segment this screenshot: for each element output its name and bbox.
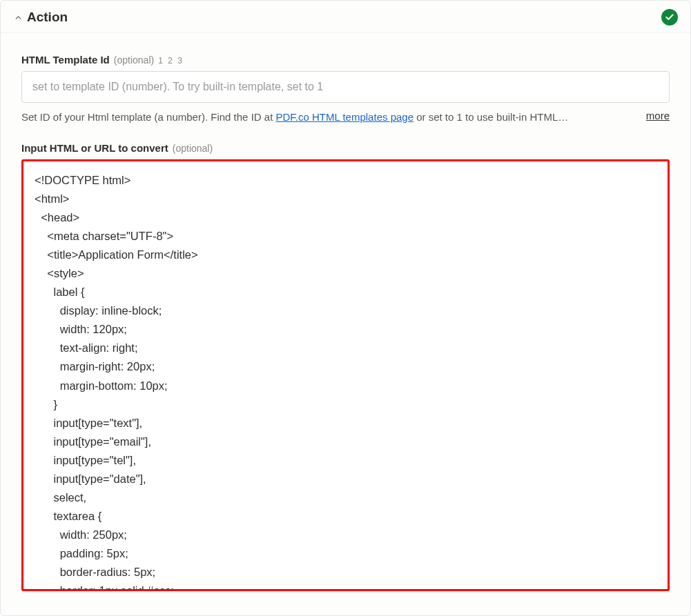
help-pre: Set ID of your Html template (a number).…: [21, 111, 275, 123]
label-text: Input HTML or URL to convert: [21, 142, 168, 154]
input-html-highlight: [21, 159, 670, 591]
template-id-label: HTML Template Id (optional) 1 2 3: [21, 54, 670, 66]
help-text: Set ID of your Html template (a number).…: [21, 110, 638, 124]
template-id-input[interactable]: [21, 71, 670, 103]
label-optional: (optional): [114, 54, 154, 66]
panel-header[interactable]: Action: [1, 1, 690, 33]
input-html-label: Input HTML or URL to convert (optional): [21, 142, 670, 154]
template-id-help: Set ID of your Html template (a number).…: [21, 110, 670, 124]
chevron-up-icon: [13, 12, 23, 22]
help-link[interactable]: PDF.co HTML templates page: [275, 111, 413, 123]
more-link[interactable]: more: [646, 110, 670, 121]
panel-title: Action: [27, 10, 661, 25]
help-post: to use built-in HTML…: [463, 111, 568, 123]
label-optional: (optional): [173, 143, 213, 154]
check-circle-icon: [661, 9, 678, 26]
input-html-textarea[interactable]: [23, 161, 668, 589]
label-hint: 1 2 3: [158, 56, 184, 66]
label-text: HTML Template Id: [21, 54, 110, 66]
help-mono: 1: [457, 111, 463, 123]
panel-body: HTML Template Id (optional) 1 2 3 Set ID…: [1, 33, 690, 591]
help-mid: or set to: [413, 111, 457, 123]
action-panel: Action HTML Template Id (optional) 1 2 3…: [0, 0, 691, 616]
